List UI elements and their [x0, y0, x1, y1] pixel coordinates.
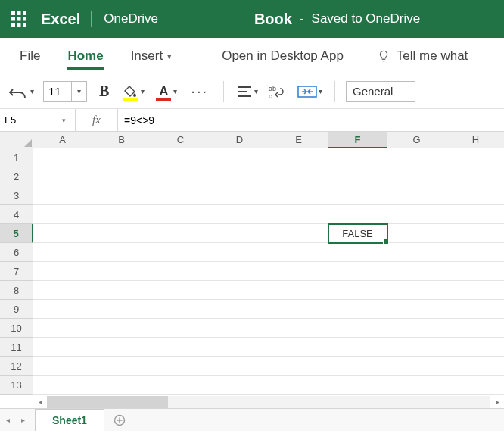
cell-G9[interactable]: [387, 300, 446, 319]
cell-G7[interactable]: [387, 262, 446, 281]
cell-F7[interactable]: [328, 262, 387, 281]
tell-me-search[interactable]: Tell me what: [369, 48, 475, 64]
col-header-F[interactable]: F: [328, 132, 387, 148]
cell-A13[interactable]: [33, 376, 92, 395]
cell-A1[interactable]: [33, 148, 92, 167]
cell-G3[interactable]: [387, 186, 446, 205]
cell-H13[interactable]: [446, 376, 504, 395]
cell-E4[interactable]: [269, 205, 328, 224]
cell-H7[interactable]: [446, 262, 504, 281]
chevron-down-icon[interactable]: ▾: [59, 117, 69, 124]
row-header-10[interactable]: 10: [0, 319, 33, 338]
app-launcher-icon[interactable]: [0, 0, 38, 38]
cell-A11[interactable]: [33, 338, 92, 357]
app-name[interactable]: Excel: [38, 11, 91, 28]
cell-B6[interactable]: [92, 243, 151, 262]
cell-A6[interactable]: [33, 243, 92, 262]
cell-E6[interactable]: [269, 243, 328, 262]
fill-color-button[interactable]: ▾: [121, 80, 146, 103]
cell-C3[interactable]: [151, 186, 210, 205]
cell-D7[interactable]: [210, 262, 269, 281]
cell-C11[interactable]: [151, 338, 210, 357]
sheet-nav-first[interactable]: ◂: [0, 409, 15, 431]
cell-B3[interactable]: [92, 186, 151, 205]
cell-C6[interactable]: [151, 243, 210, 262]
col-header-E[interactable]: E: [269, 132, 328, 148]
fx-button[interactable]: fx: [76, 109, 118, 131]
cell-H3[interactable]: [446, 186, 504, 205]
cell-D2[interactable]: [210, 167, 269, 186]
cell-D3[interactable]: [210, 186, 269, 205]
tab-home[interactable]: Home: [54, 38, 117, 74]
cell-B13[interactable]: [92, 376, 151, 395]
cell-B12[interactable]: [92, 357, 151, 376]
cell-F2[interactable]: [328, 167, 387, 186]
cell-F10[interactable]: [328, 319, 387, 338]
cell-F8[interactable]: [328, 281, 387, 300]
cell-C13[interactable]: [151, 376, 210, 395]
name-box-input[interactable]: [0, 114, 59, 126]
cell-D8[interactable]: [210, 281, 269, 300]
row-header-6[interactable]: 6: [0, 243, 33, 262]
cell-F6[interactable]: [328, 243, 387, 262]
merge-button[interactable]: ▾: [296, 81, 324, 102]
add-sheet-button[interactable]: [104, 409, 135, 431]
cell-C2[interactable]: [151, 167, 210, 186]
cell-D11[interactable]: [210, 338, 269, 357]
cell-C8[interactable]: [151, 281, 210, 300]
cell-G10[interactable]: [387, 319, 446, 338]
font-size-input[interactable]: ▾: [43, 81, 87, 102]
cell-H2[interactable]: [446, 167, 504, 186]
cell-C9[interactable]: [151, 300, 210, 319]
cell-C4[interactable]: [151, 205, 210, 224]
cell-F12[interactable]: [328, 357, 387, 376]
row-header-1[interactable]: 1: [0, 148, 33, 167]
row-header-12[interactable]: 12: [0, 357, 33, 376]
cell-C1[interactable]: [151, 148, 210, 167]
cell-F3[interactable]: [328, 186, 387, 205]
scroll-left-button[interactable]: ◂: [33, 396, 47, 408]
cell-A10[interactable]: [33, 319, 92, 338]
cell-C5[interactable]: [151, 224, 210, 243]
tab-file[interactable]: File: [6, 38, 54, 74]
save-location[interactable]: OneDrive: [92, 11, 170, 27]
cell-B10[interactable]: [92, 319, 151, 338]
cell-B8[interactable]: [92, 281, 151, 300]
cell-H1[interactable]: [446, 148, 504, 167]
col-header-H[interactable]: H: [446, 132, 504, 148]
cell-A5[interactable]: [33, 224, 92, 243]
cell-F1[interactable]: [328, 148, 387, 167]
cell-G11[interactable]: [387, 338, 446, 357]
cell-A9[interactable]: [33, 300, 92, 319]
chevron-down-icon[interactable]: ▾: [71, 82, 86, 101]
cell-D13[interactable]: [210, 376, 269, 395]
cell-B4[interactable]: [92, 205, 151, 224]
bold-button[interactable]: B: [95, 83, 114, 100]
col-header-B[interactable]: B: [92, 132, 151, 148]
cell-H4[interactable]: [446, 205, 504, 224]
cell-E10[interactable]: [269, 319, 328, 338]
cell-H10[interactable]: [446, 319, 504, 338]
tab-insert[interactable]: Insert▾: [117, 38, 186, 74]
cell-B11[interactable]: [92, 338, 151, 357]
align-button[interactable]: ▾: [235, 82, 260, 101]
sheet-tab[interactable]: Sheet1: [35, 409, 104, 431]
cell-E5[interactable]: [269, 224, 328, 243]
wrap-text-button[interactable]: abc: [267, 81, 288, 102]
cell-C7[interactable]: [151, 262, 210, 281]
cell-G6[interactable]: [387, 243, 446, 262]
more-font-options[interactable]: ···: [186, 83, 213, 100]
cell-A3[interactable]: [33, 186, 92, 205]
cell-E7[interactable]: [269, 262, 328, 281]
cell-H8[interactable]: [446, 281, 504, 300]
number-format-select[interactable]: General: [346, 81, 415, 102]
cell-B9[interactable]: [92, 300, 151, 319]
h-scrollbar-track[interactable]: [47, 396, 490, 408]
font-color-button[interactable]: A ▾: [154, 80, 179, 103]
cell-G8[interactable]: [387, 281, 446, 300]
h-scrollbar-thumb[interactable]: [47, 396, 168, 408]
font-size-value[interactable]: [44, 85, 71, 98]
name-box[interactable]: ▾: [0, 109, 76, 131]
cell-H6[interactable]: [446, 243, 504, 262]
cell-G5[interactable]: [387, 224, 446, 243]
